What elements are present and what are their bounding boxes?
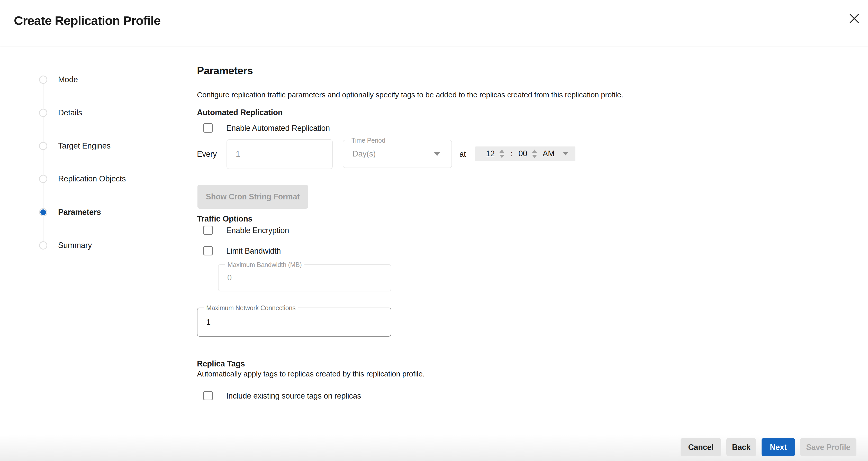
step-label: Target Engines	[58, 141, 111, 151]
triangle-down-icon[interactable]	[499, 155, 504, 158]
step-circle-active	[39, 208, 47, 217]
hour-spinner	[499, 150, 504, 158]
replica-tags-section-title: Replica Tags	[197, 359, 245, 368]
time-separator: :	[510, 149, 513, 158]
enable-encryption-label[interactable]: Enable Encryption	[226, 225, 289, 235]
create-replication-profile-dialog: Create Replication Profile Mode Details …	[0, 0, 868, 461]
max-bandwidth-floating-label: Maximum Bandwidth (MB)	[225, 261, 304, 268]
dialog-header: Create Replication Profile	[0, 0, 868, 46]
triangle-down-icon[interactable]	[532, 155, 537, 158]
limit-bandwidth-label[interactable]: Limit Bandwidth	[226, 246, 281, 256]
stepper-connector	[43, 80, 43, 245]
panel-description: Configure replication traffic parameters…	[197, 91, 623, 99]
automated-replication-section-title: Automated Replication	[197, 108, 283, 117]
wizard-stepper: Mode Details Target Engines Replication …	[0, 46, 177, 461]
panel-heading: Parameters	[197, 65, 253, 77]
step-circle	[39, 109, 47, 117]
step-label: Replication Objects	[58, 174, 126, 184]
every-interval-field	[226, 139, 333, 169]
active-step-dot-icon	[40, 209, 46, 215]
minute-spinner	[532, 150, 537, 158]
step-label: Summary	[58, 241, 92, 250]
enable-automated-replication-checkbox[interactable]	[204, 123, 213, 133]
replica-tags-description: Automatically apply tags to replicas cre…	[197, 369, 425, 378]
meridiem-value[interactable]: AM	[543, 149, 555, 158]
include-source-tags-checkbox[interactable]	[204, 391, 213, 400]
every-label: Every	[197, 150, 217, 159]
step-circle	[39, 75, 47, 84]
enable-automated-replication-label[interactable]: Enable Automated Replication	[226, 123, 330, 133]
chevron-down-icon	[434, 152, 440, 156]
minute-value[interactable]: 00	[519, 149, 527, 158]
limit-bandwidth-checkbox[interactable]	[204, 246, 213, 256]
triangle-up-icon[interactable]	[499, 150, 504, 153]
close-icon	[849, 13, 860, 25]
next-button[interactable]: Next	[762, 438, 795, 456]
max-network-connections-floating-label: Maximum Network Connections	[204, 304, 298, 311]
traffic-options-section-title: Traffic Options	[197, 214, 252, 224]
include-source-tags-label[interactable]: Include existing source tags on replicas	[226, 391, 361, 401]
step-circle	[39, 241, 47, 250]
time-picker: 12 : 00 AM	[475, 146, 576, 161]
step-circle	[39, 175, 47, 183]
close-button[interactable]	[848, 12, 861, 25]
step-label: Parameters	[58, 208, 101, 217]
max-network-connections-field: Maximum Network Connections	[197, 307, 391, 337]
cancel-button[interactable]: Cancel	[681, 438, 721, 456]
max-bandwidth-field: Maximum Bandwidth (MB)	[218, 264, 391, 291]
enable-encryption-checkbox[interactable]	[204, 226, 213, 235]
every-interval-input[interactable]	[227, 140, 332, 169]
at-label: at	[460, 150, 466, 159]
stepper-content-divider	[177, 46, 177, 426]
triangle-up-icon[interactable]	[532, 150, 537, 153]
save-profile-button[interactable]: Save Profile	[800, 438, 857, 456]
chevron-down-icon[interactable]	[563, 152, 568, 155]
step-circle	[39, 142, 47, 150]
max-bandwidth-input[interactable]	[219, 265, 391, 291]
back-button[interactable]: Back	[726, 438, 756, 456]
time-period-select[interactable]: Time Period Day(s)	[343, 140, 452, 168]
max-network-connections-input[interactable]	[197, 308, 391, 336]
step-label: Details	[58, 108, 82, 118]
step-label: Mode	[58, 75, 78, 84]
page-title: Create Replication Profile	[14, 13, 160, 28]
show-cron-string-format-button[interactable]: Show Cron String Format	[197, 185, 308, 209]
time-period-value: Day(s)	[352, 140, 376, 168]
hour-value[interactable]: 12	[486, 149, 495, 158]
